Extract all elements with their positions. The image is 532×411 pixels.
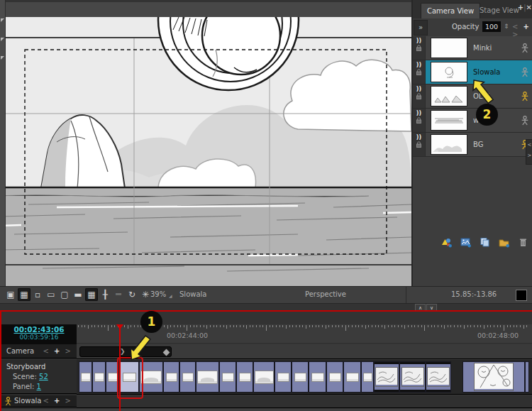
storyboard-panel[interactable] xyxy=(253,361,275,393)
close-panel-icon[interactable]: ✕ xyxy=(526,4,532,11)
slowala-track-nav[interactable]: < + > xyxy=(43,397,72,405)
next-icon[interactable]: > xyxy=(65,397,72,405)
collapse-panel-icon[interactable]: » xyxy=(414,20,428,35)
animate-icon[interactable]: )) xyxy=(413,38,425,45)
duplicate-layer-icon[interactable] xyxy=(480,237,490,248)
storyboard-panel[interactable] xyxy=(309,361,326,393)
layer-thumbnail[interactable] xyxy=(431,110,467,131)
ruler-tick xyxy=(326,325,326,329)
opacity-input[interactable]: 100 xyxy=(482,21,501,32)
transform-tool-icon[interactable]: ▣ xyxy=(4,288,17,301)
add-icon[interactable]: + xyxy=(54,397,61,405)
animate-icon[interactable]: )) xyxy=(413,62,425,69)
add-icon[interactable]: + xyxy=(54,347,61,355)
timecode-overlay-icon[interactable]: ⁰⁰⁰⁰ xyxy=(112,288,125,301)
add-bitmap-layer-icon[interactable] xyxy=(460,237,471,248)
storyboard-panel[interactable] xyxy=(426,361,451,393)
axes-icon[interactable]: ╂ xyxy=(99,288,111,301)
layer-name[interactable]: BG xyxy=(473,141,521,148)
layer-row-bg[interactable]: ))BG xyxy=(413,133,532,157)
camera-track-nav[interactable]: < + > xyxy=(43,347,72,355)
opacity-spinner-icon[interactable]: ⇕ xyxy=(504,23,509,30)
rotate-view-icon[interactable]: ↻ xyxy=(126,288,138,301)
delete-layer-icon[interactable] xyxy=(518,237,528,248)
panel-link[interactable]: 1 xyxy=(37,383,41,390)
storyboard-panel[interactable] xyxy=(236,361,253,393)
layer-thumbnail[interactable] xyxy=(431,86,467,106)
current-panel-highlight xyxy=(117,357,143,399)
frame-filled-icon[interactable]: ▬ xyxy=(72,288,84,301)
animate-icon[interactable]: )) xyxy=(413,86,425,93)
animate-icon[interactable]: )) xyxy=(413,110,425,117)
next-icon[interactable]: > xyxy=(65,347,72,355)
layer-name[interactable]: Minki xyxy=(473,44,521,52)
add-vector-layer-icon[interactable] xyxy=(441,237,452,248)
storyboard-panel[interactable] xyxy=(399,361,426,393)
lock-icon[interactable] xyxy=(416,45,422,52)
person-icon[interactable] xyxy=(521,43,529,53)
panel-edge-arrows[interactable]: <> xyxy=(526,139,532,165)
zoom-level[interactable]: 39% xyxy=(150,290,166,298)
person-icon[interactable] xyxy=(521,92,529,102)
panel-thumbnail xyxy=(427,367,450,387)
current-timecode[interactable]: 00:02:43:06 xyxy=(1,325,77,334)
frame-outline-icon[interactable]: ▢ xyxy=(58,288,71,301)
storyboard-track[interactable] xyxy=(77,360,532,395)
slowala-track-header[interactable]: Slowala < + > xyxy=(1,395,77,407)
storyboard-panel[interactable] xyxy=(326,361,343,393)
layer-row-body[interactable]: Minki xyxy=(426,36,532,60)
ruler-tick xyxy=(510,325,511,327)
ruler-tick xyxy=(184,325,184,327)
layer-name[interactable]: Slowala xyxy=(473,68,521,76)
lock-icon[interactable] xyxy=(416,141,422,148)
person-icon[interactable] xyxy=(521,116,529,126)
chevron-left-icon[interactable]: < xyxy=(526,140,532,150)
camera-label-icon[interactable]: ▭ xyxy=(45,288,57,301)
animate-icon[interactable]: )) xyxy=(413,134,425,141)
add-tab-icon[interactable]: + xyxy=(518,4,523,11)
prev-icon[interactable]: < xyxy=(43,397,50,405)
safe-area-icon[interactable]: ▫ xyxy=(31,288,44,301)
camera-mask-icon[interactable]: ▦ xyxy=(18,288,31,301)
layer-thumbnail[interactable] xyxy=(431,38,467,58)
storyboard-panel[interactable] xyxy=(275,361,292,393)
camera-view-canvas[interactable] xyxy=(0,0,411,286)
slowala-track[interactable] xyxy=(77,395,532,408)
storyboard-panel[interactable] xyxy=(92,361,106,393)
storyboard-panel[interactable] xyxy=(292,361,309,393)
chevron-right-icon[interactable]: > xyxy=(526,150,532,161)
scene-link[interactable]: 52 xyxy=(39,373,48,380)
grid-icon[interactable]: ▦ xyxy=(85,288,98,301)
storyboard-panel[interactable] xyxy=(163,361,179,393)
storyboard-panel[interactable] xyxy=(374,361,399,393)
storyboard-track-header[interactable]: Storyboard Scene: 52 Panel: 1 xyxy=(1,360,77,394)
storyboard-panel[interactable] xyxy=(361,361,374,393)
group-layer-icon[interactable] xyxy=(499,237,509,248)
storyboard-panel[interactable] xyxy=(462,361,525,393)
tab-camera-view[interactable]: Camera View xyxy=(421,3,480,19)
storyboard-panel[interactable] xyxy=(179,361,196,393)
lock-icon[interactable] xyxy=(416,117,422,124)
lock-icon[interactable] xyxy=(416,93,422,100)
layer-thumbnail[interactable] xyxy=(431,62,467,82)
storyboard-panel[interactable] xyxy=(79,361,92,393)
prev-icon[interactable]: < xyxy=(512,23,519,31)
add-icon[interactable]: + xyxy=(523,23,531,31)
person-icon[interactable] xyxy=(521,67,529,77)
camera-track-header[interactable]: Camera < + > xyxy=(1,344,77,358)
layer-row-minki[interactable]: ))Minki xyxy=(413,36,532,60)
storyboard-panel[interactable] xyxy=(219,361,236,393)
playhead-line[interactable] xyxy=(119,325,121,411)
layer-thumbnail[interactable] xyxy=(431,134,467,155)
layer-row-body[interactable]: BG xyxy=(426,133,532,156)
zoom-caret-icon[interactable]: ◢ xyxy=(169,293,172,298)
lock-icon[interactable] xyxy=(416,69,422,76)
storyboard-panel[interactable] xyxy=(525,361,529,393)
prev-icon[interactable]: < xyxy=(43,347,50,355)
camera-movement-bar[interactable]: ❯ xyxy=(79,346,172,357)
storyboard-panel[interactable] xyxy=(343,361,361,393)
layer-row-water[interactable]: ))water xyxy=(413,109,532,133)
color-swatch[interactable] xyxy=(516,290,527,301)
storyboard-panel[interactable] xyxy=(196,361,219,393)
camera-keyframe-diamond-icon[interactable] xyxy=(163,349,170,356)
